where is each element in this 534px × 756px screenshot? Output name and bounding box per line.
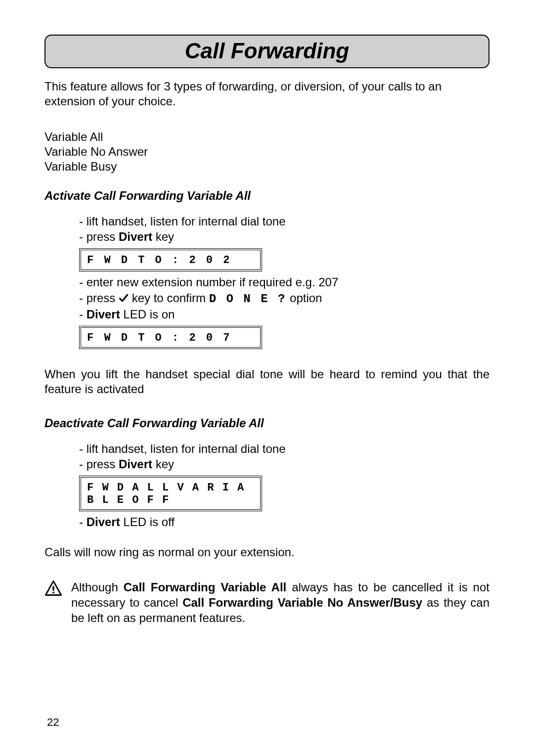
text: Although <box>71 580 124 594</box>
type-variable-no-answer: Variable No Answer <box>44 144 490 159</box>
text: - press <box>79 230 119 243</box>
text: LED is off <box>120 515 175 529</box>
page-number: 22 <box>47 716 59 729</box>
checkmark-icon <box>119 291 129 305</box>
feature-name: Call Forwarding Variable All <box>124 580 286 594</box>
activate-steps: - lift handset, listen for internal dial… <box>79 214 490 244</box>
divert-led-label: Divert <box>87 515 120 529</box>
type-variable-busy: Variable Busy <box>44 159 490 174</box>
text: key <box>152 230 174 243</box>
type-variable-all: Variable All <box>44 130 490 144</box>
text: - press <box>79 457 119 471</box>
lcd-display-3: F W D A L L V A R I A B L E O F F <box>79 476 262 511</box>
done-segment-text: D O N E ? <box>209 292 287 306</box>
activate-heading: Activate Call Forwarding Variable All <box>44 189 490 203</box>
activate-step-1: - lift handset, listen for internal dial… <box>79 214 490 229</box>
text: - <box>79 515 87 529</box>
lcd-text: F W D T O : 2 0 7 <box>87 332 231 344</box>
activate-note: When you lift the handset special dial t… <box>44 367 490 397</box>
deactivate-steps-cont: - Divert LED is off <box>79 514 490 530</box>
divert-key-label: Divert <box>119 457 152 471</box>
warning-note: Although Call Forwarding Variable All al… <box>44 579 490 626</box>
activate-step-3: - enter new extension number if required… <box>79 274 490 290</box>
svg-rect-0 <box>52 586 54 590</box>
divert-key-label: Divert <box>119 230 152 243</box>
lcd-display-2: F W D T O : 2 0 7 <box>79 326 262 349</box>
deactivate-step-1: - lift handset, listen for internal dial… <box>79 441 490 456</box>
deactivate-steps: - lift handset, listen for internal dial… <box>79 441 490 472</box>
text: key to confirm <box>129 291 209 305</box>
document-page: Call Forwarding This feature allows for … <box>0 0 534 756</box>
text: - <box>79 308 87 321</box>
activate-step-2: - press Divert key <box>79 229 490 244</box>
text: key <box>152 457 174 471</box>
title-box: Call Forwarding <box>44 35 490 68</box>
lcd-text: F W D T O : 2 0 2 <box>87 254 231 267</box>
intro-paragraph: This feature allows for 3 types of forwa… <box>44 79 490 109</box>
warning-icon <box>44 579 62 599</box>
activate-step-4: - press key to confirm D O N E ? option <box>79 290 490 307</box>
activate-step-5: - Divert LED is on <box>79 307 490 322</box>
svg-rect-1 <box>52 591 54 593</box>
divert-led-label: Divert <box>87 308 120 321</box>
lcd-text: F W D A L L V A R I A B L E O F F <box>87 482 245 506</box>
deactivate-step-3: - Divert LED is off <box>79 514 490 530</box>
feature-name: Call Forwarding Variable No Answer/Busy <box>182 596 422 609</box>
activate-steps-cont: - enter new extension number if required… <box>79 274 490 322</box>
warning-text: Although Call Forwarding Variable All al… <box>71 579 490 626</box>
deactivate-heading: Deactivate Call Forwarding Variable All <box>44 416 490 430</box>
text: LED is on <box>120 308 175 321</box>
text: - press <box>79 291 119 305</box>
forwarding-types-list: Variable All Variable No Answer Variable… <box>44 130 490 174</box>
page-title: Call Forwarding <box>185 39 349 63</box>
deactivate-note: Calls will now ring as normal on your ex… <box>44 545 490 560</box>
lcd-display-1: F W D T O : 2 0 2 <box>79 248 262 271</box>
deactivate-step-2: - press Divert key <box>79 456 490 472</box>
text: option <box>286 291 322 305</box>
